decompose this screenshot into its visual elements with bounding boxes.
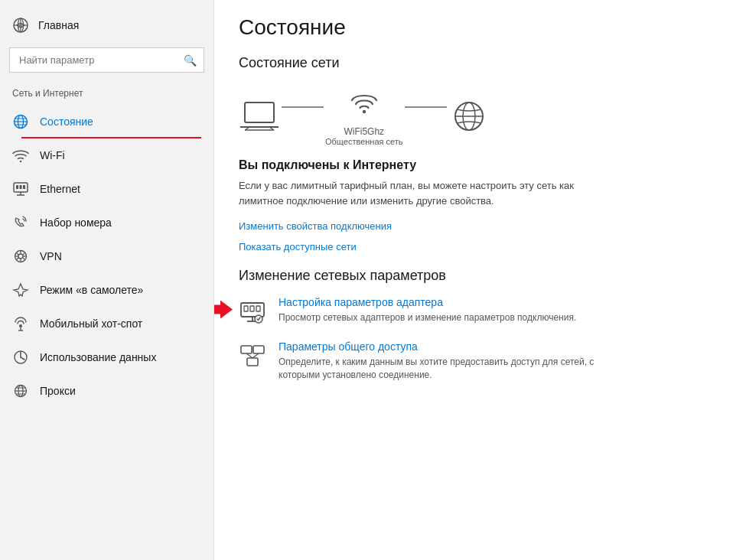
svg-rect-44 — [244, 306, 248, 311]
wifi-icon — [12, 147, 29, 164]
svg-line-22 — [17, 257, 19, 259]
wifi-name: WiFi5Ghz — [325, 126, 403, 137]
main-content: Состояние Состояние сети WiFi5Ghz — [214, 0, 746, 560]
adapter-settings-item: Настройка параметров адаптера Просмотр с… — [239, 296, 722, 325]
network-diagram: WiFi5Ghz Общественная сеть — [239, 86, 722, 146]
wifi-type: Общественная сеть — [325, 137, 403, 146]
ethernet-icon — [12, 181, 29, 197]
dialup-icon — [12, 214, 29, 231]
svg-line-53 — [246, 353, 252, 358]
vpn-icon — [12, 248, 29, 265]
search-input[interactable] — [9, 47, 204, 73]
home-label: Главная — [38, 19, 79, 31]
svg-rect-33 — [245, 103, 274, 122]
sharing-settings-item: Параметры общего доступа Определите, к к… — [239, 340, 722, 382]
svg-rect-13 — [23, 185, 25, 189]
sidebar-item-ethernet[interactable]: Ethernet — [0, 172, 213, 206]
line1 — [282, 106, 324, 108]
svg-point-15 — [18, 254, 23, 259]
info-text: Если у вас лимитный тарифный план, вы мо… — [239, 178, 606, 208]
adapter-desc: Просмотр сетевых адаптеров и изменение п… — [279, 311, 576, 324]
change-properties-link[interactable]: Изменить свойства подключения — [239, 220, 722, 232]
sidebar-item-status-label: Состояние — [40, 116, 93, 128]
network-status-title: Состояние сети — [239, 55, 722, 71]
laptop-diagram-icon — [239, 99, 280, 133]
sidebar-item-proxy-label: Прокси — [40, 385, 76, 397]
svg-line-20 — [17, 253, 19, 256]
globe-diagram-icon — [448, 99, 490, 133]
home-icon — [12, 17, 29, 34]
adapter-text: Настройка параметров адаптера Просмотр с… — [279, 296, 576, 324]
proxy-icon — [12, 383, 29, 399]
svg-rect-50 — [241, 346, 252, 353]
svg-rect-46 — [256, 306, 260, 311]
red-arrow — [214, 299, 233, 323]
svg-line-54 — [252, 353, 259, 358]
svg-rect-52 — [247, 358, 258, 366]
sidebar-item-hotspot-label: Мобильный хот-спот — [40, 317, 142, 330]
airplane-icon — [12, 282, 29, 298]
show-networks-link[interactable]: Показать доступные сети — [239, 241, 722, 252]
sharing-text: Параметры общего доступа Определите, к к… — [279, 340, 615, 382]
hotspot-icon — [12, 315, 29, 332]
section-label: Сеть и Интернет — [0, 85, 213, 105]
adapter-title[interactable]: Настройка параметров адаптера — [279, 296, 576, 308]
svg-rect-45 — [250, 306, 254, 311]
svg-point-7 — [20, 161, 21, 162]
svg-point-24 — [19, 324, 22, 327]
sidebar-item-status[interactable]: Состояние — [0, 105, 213, 138]
search-container: 🔍 — [9, 47, 204, 73]
svg-rect-51 — [253, 346, 264, 353]
globe-icon — [12, 113, 29, 130]
svg-line-23 — [22, 253, 24, 256]
sidebar-item-hotspot[interactable]: Мобильный хот-спот — [0, 307, 213, 340]
adapter-icon — [239, 298, 266, 325]
wifi-diagram-icon: WiFi5Ghz Общественная сеть — [325, 86, 403, 146]
svg-point-38 — [363, 110, 366, 113]
sidebar-item-airplane[interactable]: Режим «в самолете» — [0, 273, 213, 307]
page-title: Состояние — [239, 15, 722, 40]
sharing-title[interactable]: Параметры общего доступа — [279, 340, 615, 353]
sidebar-item-dialup[interactable]: Набор номера — [0, 206, 213, 239]
connected-text: Вы подключены к Интернету — [239, 158, 722, 172]
svg-marker-42 — [214, 301, 233, 319]
sidebar-item-datausage-label: Использование данных — [40, 351, 156, 363]
sidebar-item-wifi[interactable]: Wi-Fi — [0, 138, 213, 172]
svg-rect-12 — [20, 185, 22, 189]
sidebar-item-proxy[interactable]: Прокси — [0, 374, 213, 408]
sharing-desc: Определите, к каким данным вы хотите пре… — [279, 356, 615, 382]
sidebar: Главная 🔍 Сеть и Интернет Состояние — [0, 0, 214, 560]
datausage-icon — [12, 349, 29, 366]
search-icon: 🔍 — [184, 54, 197, 67]
svg-line-21 — [22, 257, 24, 259]
sidebar-home-button[interactable]: Главная — [0, 9, 213, 41]
sidebar-item-dialup-label: Набор номера — [40, 217, 112, 229]
sidebar-item-datausage[interactable]: Использование данных — [0, 340, 213, 374]
sidebar-item-airplane-label: Режим «в самолете» — [40, 284, 143, 296]
sidebar-item-wifi-label: Wi-Fi — [40, 149, 65, 161]
svg-rect-11 — [16, 185, 18, 189]
sidebar-item-ethernet-label: Ethernet — [40, 183, 80, 195]
sidebar-item-vpn[interactable]: VPN — [0, 239, 213, 273]
line2 — [405, 106, 447, 108]
sidebar-item-vpn-label: VPN — [40, 250, 62, 262]
change-section-title: Изменение сетевых параметров — [239, 268, 722, 284]
sharing-icon — [239, 342, 266, 370]
